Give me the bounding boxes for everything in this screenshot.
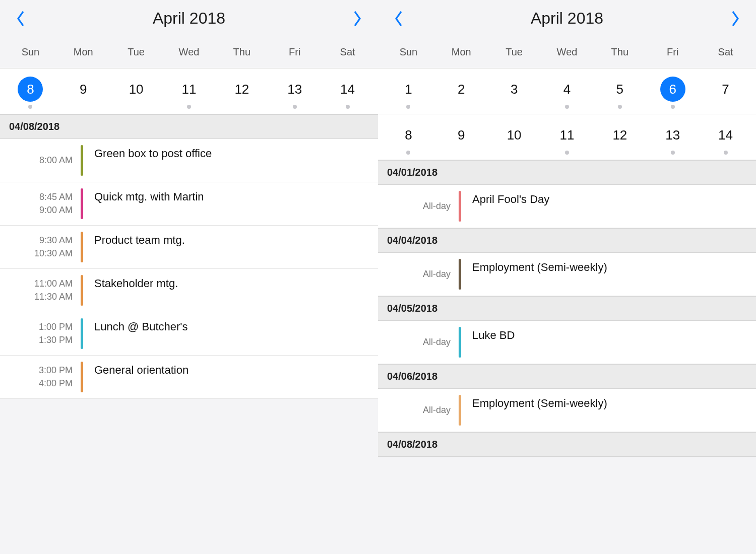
weekday-label: Mon	[435, 46, 488, 58]
weekday-label: Sun	[4, 46, 57, 58]
day-cell[interactable]: 3	[488, 77, 541, 109]
event-row[interactable]: 9:30 AM10:30 AMProduct team mtg.	[0, 226, 378, 269]
day-cell[interactable]: 2	[435, 77, 488, 109]
previous-month-button[interactable]	[393, 10, 404, 28]
event-row[interactable]: 8:00 AMGreen box to post office	[0, 139, 378, 182]
day-number: 3	[501, 77, 527, 102]
event-dot-icon	[724, 151, 728, 155]
event-time: 1:00 PM1:30 PM	[0, 317, 81, 350]
day-number: 9	[449, 122, 474, 148]
day-cell[interactable]: 9	[435, 122, 488, 155]
day-cell[interactable]: 6	[646, 77, 699, 109]
weekday-label: Thu	[593, 46, 646, 58]
event-row[interactable]: All-dayEmployment (Semi-weekly)	[378, 389, 756, 432]
day-cell[interactable]: 4	[541, 77, 594, 109]
day-cell[interactable]: 12	[215, 77, 268, 109]
event-title: Product team mtg.	[83, 231, 378, 263]
event-row[interactable]: All-dayEmployment (Semi-weekly)	[378, 253, 756, 296]
event-row[interactable]: 3:00 PM4:00 PMGeneral orientation	[0, 356, 378, 399]
week-row: 891011121314	[0, 68, 378, 114]
day-cell[interactable]: 7	[699, 77, 752, 109]
day-number: 12	[607, 122, 633, 148]
event-time: 9:30 AM10:30 AM	[0, 231, 81, 263]
event-dot-icon	[28, 105, 32, 109]
day-number: 7	[713, 77, 738, 102]
weekday-label: Sat	[321, 46, 374, 58]
event-title: Employment (Semi-weekly)	[461, 258, 756, 291]
weekday-label: Mon	[57, 46, 110, 58]
day-number: 14	[335, 77, 360, 102]
day-cell[interactable]: 11	[163, 77, 216, 109]
event-time: 3:00 PM4:00 PM	[0, 361, 81, 393]
day-number: 1	[396, 77, 421, 102]
event-row[interactable]: All-dayLuke BD	[378, 321, 756, 364]
day-number: 14	[713, 122, 738, 148]
event-time: 8:00 AM	[0, 144, 81, 177]
calendar-grid: 1234567891011121314	[378, 68, 756, 160]
day-cell[interactable]: 12	[593, 122, 646, 155]
day-cell[interactable]: 8	[4, 77, 57, 109]
event-row[interactable]: 1:00 PM1:30 PMLunch @ Butcher's	[0, 312, 378, 356]
day-number: 13	[282, 77, 307, 102]
day-number: 8	[18, 77, 43, 102]
day-cell[interactable]: 9	[57, 77, 110, 109]
previous-month-button[interactable]	[15, 10, 26, 28]
event-row[interactable]: 11:00 AM11:30 AMStakeholder mtg.	[0, 269, 378, 312]
day-cell[interactable]: 13	[268, 77, 321, 109]
weekday-label: Fri	[646, 46, 699, 58]
weekday-label: Fri	[268, 46, 321, 58]
agenda-list: 04/01/2018All-dayApril Fool's Day04/04/2…	[378, 160, 756, 554]
event-dot-icon	[293, 105, 297, 109]
event-dot-icon	[618, 105, 622, 109]
calendar-panel-left: April 2018 SunMonTueWedThuFriSat 8910111…	[0, 0, 378, 554]
day-cell[interactable]: 5	[593, 77, 646, 109]
next-month-button[interactable]	[730, 10, 741, 28]
event-dot-icon	[671, 105, 675, 109]
next-month-button[interactable]	[352, 10, 363, 28]
weekday-label: Wed	[541, 46, 594, 58]
day-cell[interactable]: 14	[699, 122, 752, 155]
agenda-date-header: 04/06/2018	[378, 364, 756, 389]
event-dot-icon	[565, 105, 569, 109]
event-title: Luke BD	[461, 326, 756, 359]
event-time: All-day	[378, 326, 459, 359]
event-time: All-day	[378, 190, 459, 223]
agenda-date-header: 04/05/2018	[378, 296, 756, 321]
day-cell[interactable]: 8	[382, 122, 435, 155]
day-cell[interactable]: 10	[110, 77, 163, 109]
day-cell[interactable]: 14	[321, 77, 374, 109]
weekday-header-row: SunMonTueWedThuFriSat	[0, 34, 378, 68]
month-header: April 2018	[0, 0, 378, 34]
day-cell[interactable]: 1	[382, 77, 435, 109]
day-cell[interactable]: 13	[646, 122, 699, 155]
event-row[interactable]: All-dayApril Fool's Day	[378, 185, 756, 228]
calendar-grid: 891011121314	[0, 68, 378, 114]
event-title: General orientation	[83, 361, 378, 393]
day-number: 5	[607, 77, 633, 102]
day-number: 10	[501, 122, 527, 148]
event-dot-icon	[346, 105, 350, 109]
weekday-header-row: SunMonTueWedThuFriSat	[378, 34, 756, 68]
weekday-label: Wed	[163, 46, 216, 58]
event-row[interactable]: 8:45 AM9:00 AMQuick mtg. with Martin	[0, 182, 378, 226]
day-number: 11	[176, 77, 202, 102]
day-cell[interactable]: 11	[541, 122, 594, 155]
event-dot-icon	[565, 151, 569, 155]
calendar-panel-right: April 2018 SunMonTueWedThuFriSat 1234567…	[378, 0, 756, 554]
day-number: 10	[123, 77, 149, 102]
event-title: Employment (Semi-weekly)	[461, 394, 756, 427]
weekday-label: Sun	[382, 46, 435, 58]
week-row: 891011121314	[378, 114, 756, 160]
event-time: 8:45 AM9:00 AM	[0, 187, 81, 220]
agenda-date-header: 04/04/2018	[378, 228, 756, 253]
month-title: April 2018	[531, 9, 603, 28]
weekday-label: Sat	[699, 46, 752, 58]
event-time: All-day	[378, 258, 459, 291]
day-cell[interactable]: 10	[488, 122, 541, 155]
event-time: 11:00 AM11:30 AM	[0, 274, 81, 307]
event-dot-icon	[671, 151, 675, 155]
weekday-label: Tue	[110, 46, 163, 58]
day-number: 2	[449, 77, 474, 102]
agenda-date-header: 04/08/2018	[0, 114, 378, 139]
event-dot-icon	[406, 151, 410, 155]
